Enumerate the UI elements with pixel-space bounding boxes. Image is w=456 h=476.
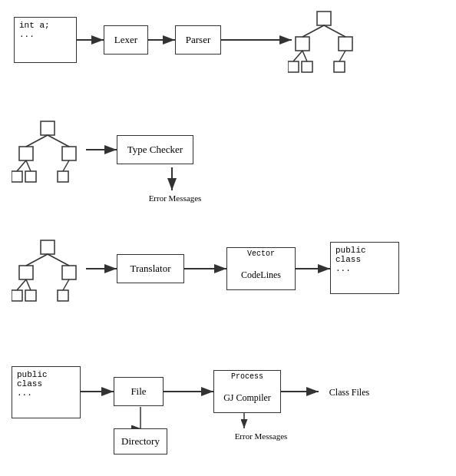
svg-rect-26: [41, 121, 55, 135]
svg-line-44: [17, 279, 26, 290]
svg-line-41: [48, 254, 69, 266]
codelines-label: CodeLines: [241, 269, 281, 281]
svg-line-33: [17, 160, 26, 171]
svg-line-34: [26, 160, 31, 171]
svg-rect-32: [25, 171, 36, 182]
translator-box: Translator: [117, 254, 184, 283]
type-checker-box: Type Checker: [117, 135, 193, 164]
code-line2: ...: [19, 30, 35, 39]
svg-rect-46: [58, 290, 68, 301]
svg-rect-39: [62, 266, 76, 279]
svg-rect-27: [19, 147, 33, 160]
svg-line-47: [63, 279, 69, 290]
svg-line-22: [293, 51, 302, 61]
svg-rect-42: [12, 290, 22, 301]
svg-line-23: [302, 51, 307, 61]
ast-tree-3: [12, 236, 88, 306]
svg-line-30: [48, 135, 69, 147]
error-messages-1: Error Messages: [129, 193, 221, 203]
gj-compiler-label: GJ Compiler: [223, 392, 271, 404]
translator-label: Translator: [131, 263, 171, 275]
pub-class1-line1: public class: [335, 246, 394, 264]
file-label: File: [131, 385, 146, 398]
vector-top-label: Vector: [247, 250, 275, 258]
parser-label: Parser: [186, 34, 211, 46]
pub-class1-line2: ...: [335, 264, 351, 273]
lexer-label: Lexer: [114, 34, 137, 46]
ast-tree-2: [12, 117, 88, 187]
svg-rect-31: [12, 171, 22, 182]
svg-line-19: [324, 25, 345, 37]
svg-rect-38: [19, 266, 33, 279]
svg-rect-20: [288, 61, 299, 72]
process-top-label: Process: [231, 372, 263, 381]
vector-codelines-box: Vector CodeLines: [226, 247, 296, 290]
svg-line-36: [63, 160, 69, 171]
lexer-box: Lexer: [104, 25, 148, 55]
parser-box: Parser: [175, 25, 221, 55]
error-messages-2: Error Messages: [215, 431, 307, 441]
ast-tree-1: [288, 8, 365, 77]
class-files-label: Class Files: [319, 382, 380, 403]
type-checker-label: Type Checker: [127, 144, 183, 156]
gj-compiler-box: Process GJ Compiler: [213, 370, 281, 413]
public-class-output-box: public class ...: [330, 242, 399, 294]
pub-class2-line2: ...: [17, 388, 32, 398]
code-line1: int a;: [19, 21, 50, 30]
svg-rect-15: [317, 12, 331, 25]
public-class-input-box: public class ...: [12, 366, 81, 418]
svg-rect-16: [296, 37, 309, 51]
svg-rect-37: [41, 240, 55, 254]
directory-box: Directory: [114, 428, 167, 455]
svg-rect-35: [58, 171, 68, 182]
file-box: File: [114, 377, 164, 406]
svg-line-25: [339, 51, 345, 61]
svg-rect-24: [334, 61, 345, 72]
compiler-pipeline-diagram: int a; ... Lexer Parser: [0, 0, 456, 476]
svg-line-45: [26, 279, 31, 290]
svg-line-18: [302, 25, 324, 37]
svg-line-40: [26, 254, 48, 266]
code-input-box: int a; ...: [14, 17, 77, 63]
svg-rect-28: [62, 147, 76, 160]
directory-label: Directory: [121, 435, 160, 448]
svg-line-29: [26, 135, 48, 147]
svg-rect-43: [25, 290, 36, 301]
pub-class2-line1: public class: [17, 370, 75, 388]
svg-rect-17: [339, 37, 352, 51]
svg-rect-21: [302, 61, 312, 72]
